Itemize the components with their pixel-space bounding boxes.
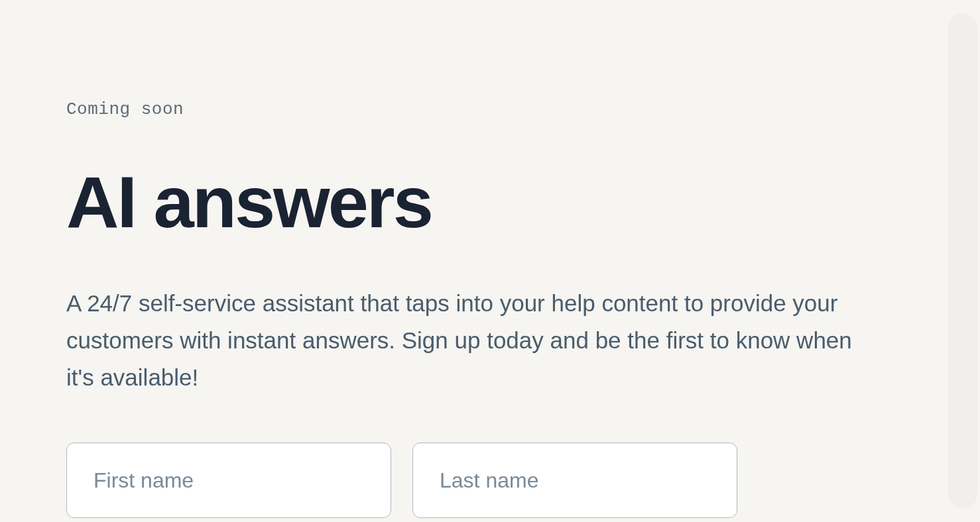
scrollbar-thumb[interactable] <box>948 13 977 509</box>
page-description: A 24/7 self-service assistant that taps … <box>66 285 875 396</box>
form-row-names <box>66 443 875 518</box>
page-headline: AI answers <box>66 166 875 238</box>
last-name-input[interactable] <box>412 443 737 518</box>
first-name-input[interactable] <box>66 443 391 518</box>
scrollbar-track <box>946 13 980 509</box>
main-content: Coming soon AI answers A 24/7 self-servi… <box>0 0 942 522</box>
eyebrow-label: Coming soon <box>66 99 875 119</box>
